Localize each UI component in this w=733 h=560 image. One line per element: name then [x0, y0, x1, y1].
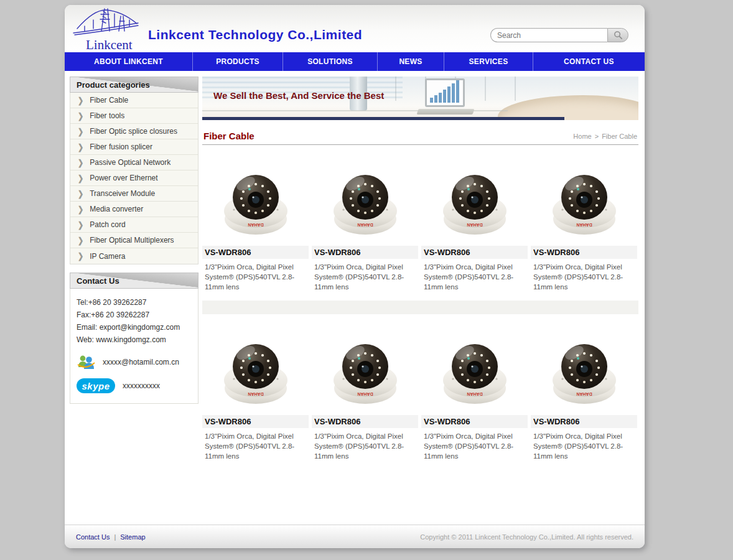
product-description: 1/3"Pixim Orca, Digital Pixel System® (D…: [421, 428, 528, 461]
footer-divider: |: [114, 533, 116, 541]
product-name[interactable]: VS-WDR806: [202, 415, 309, 428]
category-label: Fiber Optical Multiplexers: [90, 236, 174, 245]
nav-about[interactable]: ABOUT LINKCENT: [65, 52, 193, 71]
bridge-logo-icon: [72, 6, 139, 37]
dome-camera-image: [431, 324, 518, 411]
chevron-right-icon: ❯: [78, 189, 83, 198]
product-name[interactable]: VS-WDR806: [531, 246, 637, 259]
sidebar-item-ip-camera[interactable]: ❯IP Camera: [70, 248, 198, 264]
category-label: Transceiver Module: [90, 189, 155, 198]
main-content: We Sell the Best, And Service the Best F…: [202, 77, 638, 465]
chevron-right-icon: ❯: [78, 157, 83, 167]
msn-row: xxxxx@hotamil.com.cn: [77, 353, 193, 371]
product-card[interactable]: VS-WDR806 1/3"Pixim Orca, Digital Pixel …: [202, 322, 309, 465]
product-image[interactable]: [319, 322, 412, 414]
banner-chart-icon: [425, 78, 465, 107]
product-description: 1/3"Pixim Orca, Digital Pixel System® (D…: [202, 428, 309, 461]
chevron-right-icon: ❯: [78, 220, 83, 230]
product-description: 1/3"Pixim Orca, Digital Pixel System® (D…: [531, 259, 637, 292]
product-card[interactable]: VS-WDR806 1/3"Pixim Orca, Digital Pixel …: [312, 322, 418, 465]
dome-camera-image: [212, 155, 299, 242]
search-button[interactable]: [607, 28, 628, 42]
sidebar-item-pon[interactable]: ❯Passive Optical Network: [70, 155, 198, 170]
product-card[interactable]: VS-WDR806 1/3"Pixim Orca, Digital Pixel …: [421, 152, 528, 296]
sidebar-item-fusion-splicer[interactable]: ❯Fiber fusion splicer: [70, 139, 198, 155]
banner-bottom-strip: [202, 117, 564, 120]
sidebar-item-fiber-tools[interactable]: ❯Fiber tools: [70, 108, 198, 124]
footer-sitemap-link[interactable]: Sitemap: [120, 533, 145, 541]
footer-contact-link[interactable]: Contact Us: [76, 533, 110, 541]
dome-camera-image: [322, 155, 409, 242]
chevron-right-icon: ❯: [78, 111, 83, 121]
site-header: Linkcent Linkcent Technology Co.,Limited: [65, 5, 645, 52]
sidebar-item-multiplexers[interactable]: ❯Fiber Optical Multiplexers: [70, 233, 198, 248]
search-input[interactable]: [490, 28, 607, 42]
contact-web[interactable]: Web: www.kingdomgz.com: [77, 334, 193, 346]
category-list: ❯Fiber Cable ❯Fiber tools ❯Fiber Optic s…: [70, 93, 198, 264]
product-name[interactable]: VS-WDR806: [421, 415, 528, 428]
company-logo[interactable]: Linkcent: [72, 6, 141, 51]
banner[interactable]: We Sell the Best, And Service the Best: [202, 77, 638, 120]
skype-row: skype xxxxxxxxxx: [77, 378, 193, 393]
category-label: Media converter: [90, 205, 143, 213]
product-image[interactable]: [428, 152, 521, 245]
msn-address[interactable]: xxxxx@hotamil.com.cn: [103, 358, 179, 366]
category-label: Fiber tools: [90, 111, 124, 120]
nav-solutions[interactable]: SOLUTIONS: [283, 52, 378, 71]
breadcrumb-current: Fiber Cable: [602, 133, 637, 140]
product-image[interactable]: [428, 322, 521, 414]
product-description: 1/3"Pixim Orca, Digital Pixel System® (D…: [421, 259, 528, 292]
sidebar-item-poe[interactable]: ❯Power over Ethernet: [70, 170, 198, 186]
product-card[interactable]: VS-WDR806 1/3"Pixim Orca, Digital Pixel …: [312, 152, 418, 296]
product-card[interactable]: VS-WDR806 1/3"Pixim Orca, Digital Pixel …: [531, 152, 637, 296]
product-image[interactable]: [538, 152, 631, 245]
breadcrumb-home[interactable]: Home: [573, 133, 591, 140]
main-nav: ABOUT LINKCENT PRODUCTS SOLUTIONS NEWS S…: [65, 52, 645, 71]
category-label: Patch cord: [90, 220, 125, 229]
product-name[interactable]: VS-WDR806: [421, 246, 528, 259]
site-footer: Contact Us | Sitemap Copyright © 2011 Li…: [65, 525, 645, 548]
chevron-right-icon: ❯: [78, 142, 83, 152]
product-card[interactable]: VS-WDR806 1/3"Pixim Orca, Digital Pixel …: [202, 152, 309, 296]
banner-slogan: We Sell the Best, And Service the Best: [213, 90, 384, 101]
page-title-row: Fiber Cable Home > Fiber Cable: [202, 128, 638, 145]
nav-products[interactable]: PRODUCTS: [193, 52, 283, 71]
chevron-right-icon: ❯: [78, 251, 83, 261]
nav-news[interactable]: NEWS: [378, 52, 444, 71]
contact-email[interactable]: Email: export@kingdomgz.com: [77, 321, 193, 334]
sidebar: Product categories ❯Fiber Cable ❯Fiber t…: [70, 77, 198, 404]
product-name[interactable]: VS-WDR806: [312, 415, 418, 428]
nav-services[interactable]: SERVICES: [444, 52, 533, 71]
product-image[interactable]: [538, 322, 631, 414]
product-card[interactable]: VS-WDR806 1/3"Pixim Orca, Digital Pixel …: [531, 322, 637, 465]
chevron-right-icon: ❯: [78, 95, 83, 105]
product-card[interactable]: VS-WDR806 1/3"Pixim Orca, Digital Pixel …: [421, 322, 528, 465]
sidebar-item-media-converter[interactable]: ❯Media converter: [70, 202, 198, 217]
skype-logo: skype: [77, 378, 115, 393]
category-label: Fiber Cable: [90, 96, 128, 105]
product-description: 1/3"Pixim Orca, Digital Pixel System® (D…: [202, 259, 309, 292]
dome-camera-image: [541, 155, 628, 242]
sidebar-item-transceiver[interactable]: ❯Transceiver Module: [70, 186, 198, 202]
category-label: Fiber Optic splice closures: [90, 127, 177, 136]
logo-wordmark: Linkcent: [86, 37, 133, 53]
company-title: Linkcent Technology Co.,Limited: [148, 27, 362, 42]
product-image[interactable]: [209, 152, 302, 245]
dome-camera-image: [431, 155, 518, 242]
contact-tel: Tel:+86 20 39262287: [77, 296, 193, 309]
footer-links: Contact Us | Sitemap: [76, 533, 146, 541]
sidebar-item-splice-closures[interactable]: ❯Fiber Optic splice closures: [70, 124, 198, 139]
product-name[interactable]: VS-WDR806: [531, 415, 637, 428]
product-image[interactable]: [319, 152, 412, 245]
product-name[interactable]: VS-WDR806: [202, 246, 309, 259]
category-label: Passive Optical Network: [90, 158, 170, 167]
nav-contact[interactable]: CONTACT US: [533, 52, 645, 71]
product-name[interactable]: VS-WDR806: [312, 246, 418, 259]
product-description: 1/3"Pixim Orca, Digital Pixel System® (D…: [312, 259, 418, 292]
skype-id[interactable]: xxxxxxxxxx: [123, 381, 160, 390]
search-box: [490, 28, 628, 42]
banner-laptop: [421, 78, 470, 114]
product-image[interactable]: [209, 322, 302, 414]
sidebar-item-fiber-cable[interactable]: ❯Fiber Cable: [70, 93, 198, 108]
sidebar-item-patch-cord[interactable]: ❯Patch cord: [70, 217, 198, 233]
